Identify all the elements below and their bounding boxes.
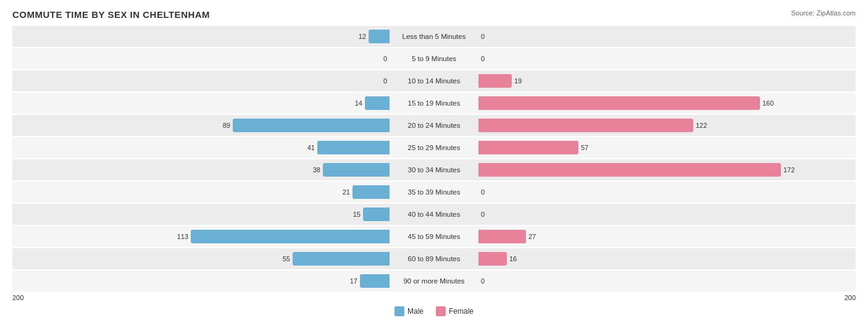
male-value: 113 xyxy=(176,233,188,240)
row-center-label: 20 to 24 Minutes xyxy=(391,122,477,129)
row-center-label: 45 to 59 Minutes xyxy=(391,233,477,240)
female-value: 57 xyxy=(581,144,593,151)
male-value: 14 xyxy=(350,99,362,107)
female-value: 19 xyxy=(514,77,527,85)
legend-male: Male xyxy=(394,306,424,316)
female-side: 27 xyxy=(477,226,856,247)
male-bar xyxy=(233,119,390,132)
chart-row: 3830 to 34 Minutes172 xyxy=(12,159,856,180)
male-side: 15 xyxy=(12,204,391,225)
chart-row: 1415 to 19 Minutes160 xyxy=(12,93,856,114)
row-center-label: 40 to 44 Minutes xyxy=(391,211,477,218)
male-value: 41 xyxy=(303,144,315,151)
male-value: 38 xyxy=(308,166,320,174)
legend-female-box xyxy=(436,306,446,316)
male-side: 17 xyxy=(12,271,391,292)
female-bar xyxy=(478,252,507,266)
male-side: 113 xyxy=(12,226,391,247)
female-value: 0 xyxy=(481,33,493,40)
row-center-label: 60 to 89 Minutes xyxy=(391,255,477,262)
chart-inner: 12Less than 5 Minutes005 to 9 Minutes001… xyxy=(12,26,856,292)
female-value: 160 xyxy=(762,99,775,107)
female-value: 0 xyxy=(481,188,493,196)
male-bar xyxy=(360,274,390,288)
axis-label-right: 200 xyxy=(845,294,856,301)
female-side: 0 xyxy=(477,271,856,292)
axis-labels: 200 200 xyxy=(12,294,856,301)
female-side: 0 xyxy=(477,26,856,47)
male-bar xyxy=(363,208,390,221)
male-bar xyxy=(365,96,390,110)
female-value: 172 xyxy=(783,166,796,174)
legend-male-label: Male xyxy=(407,307,424,316)
female-value: 122 xyxy=(696,122,708,129)
male-value: 12 xyxy=(354,33,366,40)
row-center-label: 10 to 14 Minutes xyxy=(391,77,477,85)
axis-label-left: 200 xyxy=(12,294,23,301)
male-value: 15 xyxy=(348,211,361,218)
row-center-label: 5 to 9 Minutes xyxy=(391,55,477,62)
female-value: 0 xyxy=(481,55,493,62)
chart-container: COMMUTE TIME BY SEX IN CHELTENHAM Source… xyxy=(0,0,868,323)
male-side: 38 xyxy=(12,159,391,180)
row-center-label: Less than 5 Minutes xyxy=(391,33,477,40)
female-side: 0 xyxy=(477,182,856,203)
male-bar xyxy=(369,30,390,43)
male-bar xyxy=(323,163,390,177)
chart-row: 12Less than 5 Minutes0 xyxy=(12,26,856,47)
female-side: 122 xyxy=(477,115,856,136)
female-value: 0 xyxy=(481,211,493,218)
female-bar xyxy=(478,163,781,177)
female-side: 160 xyxy=(477,93,856,114)
row-center-label: 30 to 34 Minutes xyxy=(391,166,477,174)
male-bar xyxy=(353,185,390,199)
row-center-label: 25 to 29 Minutes xyxy=(391,144,477,151)
female-side: 0 xyxy=(477,48,856,69)
male-value: 89 xyxy=(218,122,230,129)
female-side: 19 xyxy=(477,70,856,91)
female-bar xyxy=(478,141,578,154)
chart-row: 11345 to 59 Minutes27 xyxy=(12,226,856,247)
male-bar xyxy=(317,141,390,154)
chart-row: 1790 or more Minutes0 xyxy=(12,271,856,292)
female-side: 16 xyxy=(477,248,856,269)
chart-row: 1540 to 44 Minutes0 xyxy=(12,204,856,225)
chart-row: 2135 to 39 Minutes0 xyxy=(12,182,856,203)
male-side: 12 xyxy=(12,26,391,47)
source-label: Source: ZipAtlas.com xyxy=(791,9,856,17)
male-side: 0 xyxy=(12,48,391,69)
male-side: 0 xyxy=(12,70,391,91)
female-side: 57 xyxy=(477,137,856,158)
chart-row: 8920 to 24 Minutes122 xyxy=(12,115,856,136)
chart-title: COMMUTE TIME BY SEX IN CHELTENHAM xyxy=(12,9,856,20)
female-value: 0 xyxy=(481,277,493,285)
chart-row: 5560 to 89 Minutes16 xyxy=(12,248,856,269)
female-side: 172 xyxy=(477,159,856,180)
female-side: 0 xyxy=(477,204,856,225)
legend: Male Female xyxy=(12,306,856,316)
female-value: 16 xyxy=(509,255,522,262)
male-side: 41 xyxy=(12,137,391,158)
female-bar xyxy=(478,230,526,243)
male-value: 0 xyxy=(375,55,387,62)
chart-row: 05 to 9 Minutes0 xyxy=(12,48,856,69)
legend-female-label: Female xyxy=(449,307,474,316)
male-side: 89 xyxy=(12,115,391,136)
row-center-label: 15 to 19 Minutes xyxy=(391,99,477,107)
legend-female: Female xyxy=(436,306,474,316)
row-center-label: 35 to 39 Minutes xyxy=(391,188,477,196)
male-value: 17 xyxy=(345,277,357,285)
female-bar xyxy=(478,74,512,88)
female-bar xyxy=(478,96,760,110)
chart-row: 010 to 14 Minutes19 xyxy=(12,70,856,91)
male-side: 21 xyxy=(12,182,391,203)
female-value: 27 xyxy=(528,233,541,240)
male-bar xyxy=(293,252,390,266)
female-bar xyxy=(478,119,693,132)
male-value: 0 xyxy=(375,77,387,85)
male-side: 14 xyxy=(12,93,391,114)
row-center-label: 90 or more Minutes xyxy=(391,277,477,285)
male-side: 55 xyxy=(12,248,391,269)
male-value: 55 xyxy=(278,255,290,262)
legend-male-box xyxy=(394,306,404,316)
